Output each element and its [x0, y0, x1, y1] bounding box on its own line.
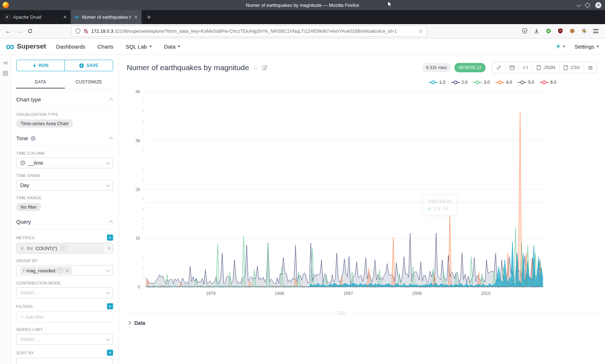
- group-by-select[interactable]: f mag_rounded ? ✕: [16, 265, 113, 276]
- reload-button[interactable]: [24, 26, 35, 37]
- resize-handle[interactable]: [337, 312, 346, 314]
- superset-infinity-icon: ∞: [6, 44, 14, 49]
- chart-tooltip: 2002-03-21 1.0: 74: [423, 195, 457, 215]
- timeseries-area-chart[interactable]: 01k2k3k4k19791988199720062015: [119, 55, 605, 306]
- row-count-badge: 6.31k rows: [422, 63, 451, 72]
- legend-item-1.0[interactable]: 1.0: [429, 80, 445, 85]
- ublock-shield-icon[interactable]: [557, 28, 563, 34]
- copy-link-button[interactable]: [492, 62, 505, 73]
- panel-tabs: DATA CUSTOMIZE: [16, 76, 113, 89]
- insecure-lock-icon[interactable]: [83, 28, 89, 34]
- email-share-button[interactable]: [505, 62, 519, 73]
- chart-menu-button[interactable]: [584, 62, 597, 73]
- series-area-4.0: [146, 111, 543, 287]
- bookmark-star-icon[interactable]: ☆: [418, 28, 423, 35]
- dataset-grid-icon[interactable]: [3, 70, 8, 76]
- legend-item-2.0[interactable]: 2.0: [451, 80, 468, 85]
- time-grain-label: TIME GRAIN: [16, 173, 113, 178]
- section-query[interactable]: Query: [16, 219, 113, 229]
- x-axis-label: 1997: [344, 291, 353, 296]
- back-button[interactable]: ←: [3, 26, 14, 37]
- data-section-toggle[interactable]: Data: [127, 320, 145, 326]
- new-tab-button[interactable]: +: [142, 10, 156, 24]
- nav-data[interactable]: Data: [164, 44, 181, 50]
- section-time[interactable]: Time i: [16, 135, 113, 146]
- data-section-label: Data: [134, 320, 145, 326]
- series-limit-select[interactable]: Select ...: [16, 334, 113, 345]
- firefox-menu-icon[interactable]: [593, 28, 599, 34]
- run-button[interactable]: RUN: [17, 60, 64, 71]
- metric-expand-button[interactable]: [103, 243, 113, 253]
- nav-sql-lab[interactable]: SQL Lab: [126, 44, 152, 50]
- multicolor-asterisk-extension-icon[interactable]: [581, 28, 587, 34]
- add-filter-dropzone[interactable]: + Add filter: [16, 311, 113, 322]
- export-json-button[interactable]: .JSON: [532, 62, 559, 73]
- series-dot-icon: [428, 207, 431, 210]
- select-placeholder: Select ...: [20, 290, 40, 296]
- info-icon: i: [31, 136, 36, 141]
- edit-properties-icon[interactable]: [262, 65, 268, 70]
- control-panel-sidebar: RUN + SAVE DATA CUSTOMIZE Chart type VIS…: [11, 55, 119, 364]
- forward-button[interactable]: →: [14, 26, 24, 37]
- tab-customize[interactable]: CUSTOMIZE: [65, 76, 113, 88]
- legend-marker-icon: [451, 80, 460, 85]
- add-metric-button[interactable]: +: [107, 235, 113, 241]
- tab-close-icon[interactable]: ✕: [134, 14, 138, 20]
- remove-metric-icon[interactable]: ✕: [20, 246, 24, 251]
- chevron-down-icon: [106, 290, 110, 294]
- extension-green-icon[interactable]: [546, 28, 551, 34]
- legend-label: 1.0: [439, 80, 445, 85]
- window-minimize-button[interactable]: [577, 2, 581, 7]
- tab-close-icon[interactable]: ✕: [63, 14, 67, 20]
- tab-bar: d Apache Druid ✕ ∞ Numer of earthquakes …: [0, 10, 605, 24]
- window-maximize-button[interactable]: [585, 2, 591, 8]
- expand-datasource-panel-icon[interactable]: [3, 60, 8, 66]
- cookie-extension-icon[interactable]: [569, 28, 575, 34]
- add-sort-by-button[interactable]: +: [107, 350, 113, 356]
- tab-earthquakes[interactable]: ∞ Numer of earthquakes by ✕: [71, 10, 142, 24]
- superset-logo[interactable]: ∞ Superset: [6, 42, 46, 50]
- legend-marker-icon: [495, 80, 505, 85]
- x-axis-label: 1979: [206, 291, 216, 296]
- legend-item-5.0[interactable]: 5.0: [517, 80, 534, 85]
- x-axis-label: 1988: [275, 291, 284, 296]
- time-grain-select[interactable]: Day: [16, 180, 113, 191]
- embed-code-button[interactable]: [519, 62, 532, 73]
- tab-apache-druid[interactable]: d Apache Druid ✕: [0, 10, 71, 24]
- chevron-up-icon: [109, 98, 113, 102]
- tab-data[interactable]: DATA: [16, 76, 65, 88]
- time-column-select[interactable]: __time: [16, 158, 113, 168]
- settings-menu[interactable]: Settings: [575, 44, 599, 50]
- url-bar[interactable]: 172.18.0.3:32108/superset/explore/?form_…: [71, 26, 427, 37]
- section-chart-type[interactable]: Chart type: [16, 96, 113, 107]
- protection-report-shield-icon[interactable]: [522, 28, 528, 34]
- url-text[interactable]: 172.18.0.3:32108/superset/explore/?form_…: [91, 28, 416, 34]
- metric-pill[interactable]: ✕ f(x) COUNT(*) ?: [17, 243, 103, 253]
- nav-charts[interactable]: Charts: [98, 44, 113, 50]
- chart-actions-group: .JSON .CSV: [492, 62, 597, 73]
- json-label: .JSON: [543, 65, 555, 70]
- tracking-protection-shield-icon[interactable]: [75, 28, 81, 34]
- chart-title: Numer of earthquakes by magnitude: [127, 63, 249, 72]
- legend-item-4.0[interactable]: 4.0: [495, 80, 512, 85]
- select-placeholder: Select ...: [20, 336, 40, 342]
- nav-dashboards[interactable]: Dashboards: [56, 44, 85, 50]
- viz-type-value[interactable]: Time-series Area Chart: [16, 119, 73, 128]
- export-csv-button[interactable]: .CSV: [559, 62, 584, 73]
- legend-item-3.0[interactable]: 3.0: [473, 80, 490, 85]
- sort-by-select[interactable]: [16, 358, 113, 364]
- downloads-icon[interactable]: [534, 28, 539, 34]
- legend-item-6.0[interactable]: 6.0: [539, 80, 556, 85]
- series-line-1.0: [146, 242, 543, 287]
- new-item-button[interactable]: +: [556, 42, 565, 51]
- group-by-tag[interactable]: f mag_rounded ? ✕: [20, 267, 72, 274]
- contribution-mode-select[interactable]: Select ...: [16, 287, 113, 298]
- window-close-button[interactable]: ✕: [595, 2, 601, 8]
- time-range-value[interactable]: No filter: [16, 203, 41, 211]
- save-button[interactable]: + SAVE: [64, 60, 113, 71]
- metric-control[interactable]: ✕ f(x) COUNT(*) ?: [16, 243, 113, 254]
- add-filter-plus-button[interactable]: +: [107, 303, 113, 309]
- favorite-star-icon[interactable]: ☆: [253, 64, 258, 72]
- settings-label: Settings: [575, 44, 594, 50]
- remove-tag-icon[interactable]: ✕: [65, 268, 69, 273]
